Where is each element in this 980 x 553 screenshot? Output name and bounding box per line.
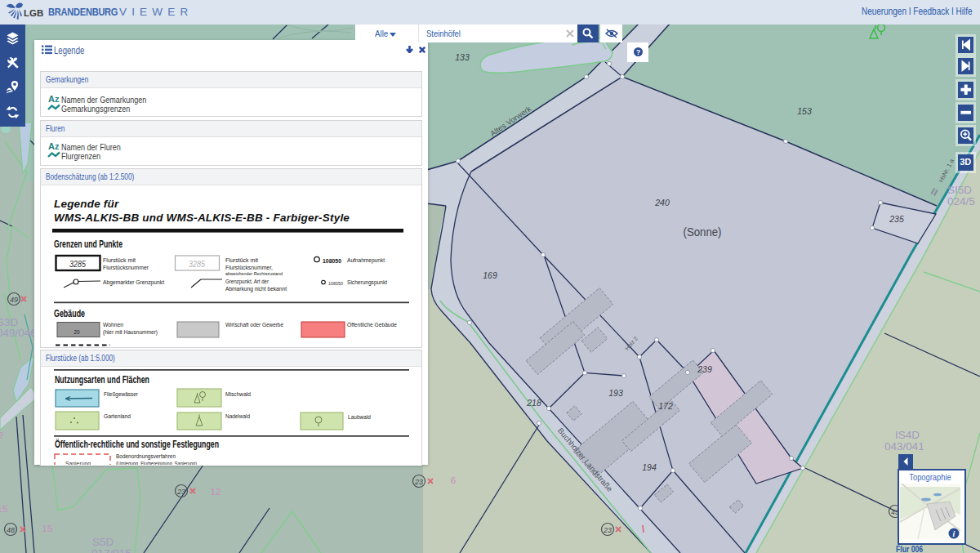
svg-text:23: 23: [603, 526, 612, 534]
svg-text:Grenzen und Punkte: Grenzen und Punkte: [54, 239, 122, 250]
svg-text:Öffentlich-rechtliche und sons: Öffentlich-rechtliche und sonstige Festl…: [55, 438, 219, 450]
svg-text:(Umlegung, Flurbereinigung, Sa: (Umlegung, Flurbereinigung, Sanierung): [116, 460, 197, 465]
svg-text:Flurstück mit: Flurstück mit: [103, 256, 136, 264]
svg-text:Nadelwald: Nadelwald: [225, 413, 250, 420]
svg-text:133: 133: [455, 52, 470, 62]
svg-text:Abgemarkter Grenzpunkt: Abgemarkter Grenzpunkt: [103, 279, 165, 286]
svg-text:3285: 3285: [69, 259, 87, 269]
svg-text:S5D: S5D: [92, 536, 114, 548]
svg-text:Flurstücksnummer,: Flurstücksnummer,: [225, 264, 273, 271]
svg-text:Abmarkung nicht bekannt: Abmarkung nicht bekannt: [225, 285, 287, 292]
svg-text:SI5D: SI5D: [947, 184, 972, 196]
svg-text:49: 49: [10, 296, 18, 304]
svg-text:3285: 3285: [189, 259, 206, 269]
svg-text:Legende für: Legende für: [54, 198, 119, 210]
svg-text:172: 172: [658, 401, 673, 411]
svg-text:48: 48: [7, 526, 15, 534]
svg-text:(Sonne): (Sonne): [684, 225, 722, 239]
svg-text:?: ?: [635, 48, 639, 56]
svg-text:235: 235: [889, 214, 904, 224]
svg-text:WMS-ALKIS-BB und WMS-ALKIS-E-B: WMS-ALKIS-BB und WMS-ALKIS-E-BB - Farbig…: [54, 212, 350, 224]
svg-text:024/5: 024/5: [947, 195, 975, 207]
svg-text:108050: 108050: [323, 257, 341, 265]
svg-text:193: 193: [608, 388, 623, 398]
svg-text:Fließgewässer: Fließgewässer: [104, 390, 138, 398]
svg-text:Öffentliche Gebäude: Öffentliche Gebäude: [347, 321, 397, 328]
svg-text:043/041: 043/041: [884, 440, 924, 453]
svg-text:194: 194: [642, 462, 657, 472]
svg-text:Gebäude: Gebäude: [54, 308, 85, 319]
svg-text:049/046: 049/046: [0, 327, 37, 339]
svg-text:(hier mit Hausnummer): (hier mit Hausnummer): [103, 328, 158, 336]
svg-text:abweichender Rechtszustand: abweichender Rechtszustand: [225, 271, 283, 276]
svg-text:108050: 108050: [328, 280, 343, 286]
svg-text:Wohnen: Wohnen: [103, 321, 123, 328]
svg-text:15: 15: [0, 504, 7, 514]
svg-text:017/015: 017/015: [91, 547, 131, 553]
svg-text:IS4D: IS4D: [895, 429, 920, 441]
svg-text:Aufnahmepunkt: Aufnahmepunkt: [347, 256, 385, 264]
svg-text:Gartenland: Gartenland: [104, 413, 131, 420]
svg-text:240: 240: [654, 198, 670, 207]
svg-text:12: 12: [211, 487, 221, 497]
svg-text:Flurstück mit: Flurstück mit: [225, 256, 259, 264]
svg-text:169: 169: [483, 270, 497, 280]
svg-text:218: 218: [526, 398, 541, 408]
svg-text:Laubwald: Laubwald: [348, 413, 371, 421]
svg-text:153: 153: [797, 106, 812, 116]
svg-text:2: 2: [0, 430, 3, 440]
svg-text:15: 15: [42, 524, 53, 533]
svg-text:Bodenordnungsverfahren: Bodenordnungsverfahren: [116, 453, 176, 460]
svg-text:Flur 006: Flur 006: [896, 544, 923, 553]
svg-text:239: 239: [697, 364, 712, 374]
svg-text:Sicherungspunkt: Sicherungspunkt: [347, 279, 388, 286]
svg-text:Flurstücksnummer: Flurstücksnummer: [103, 264, 149, 271]
svg-text:i: i: [953, 529, 956, 538]
svg-text:Sanierung: Sanierung: [65, 460, 91, 465]
svg-text:Mischwald: Mischwald: [225, 390, 251, 398]
svg-text:Nutzungsarten und Flächen: Nutzungsarten und Flächen: [55, 374, 149, 386]
svg-text:Wirtschaft oder Gewerbe: Wirtschaft oder Gewerbe: [225, 321, 283, 328]
svg-text:23: 23: [176, 488, 185, 496]
svg-text:20: 20: [74, 329, 80, 335]
svg-text:6: 6: [451, 475, 456, 485]
svg-text:23: 23: [414, 478, 423, 486]
